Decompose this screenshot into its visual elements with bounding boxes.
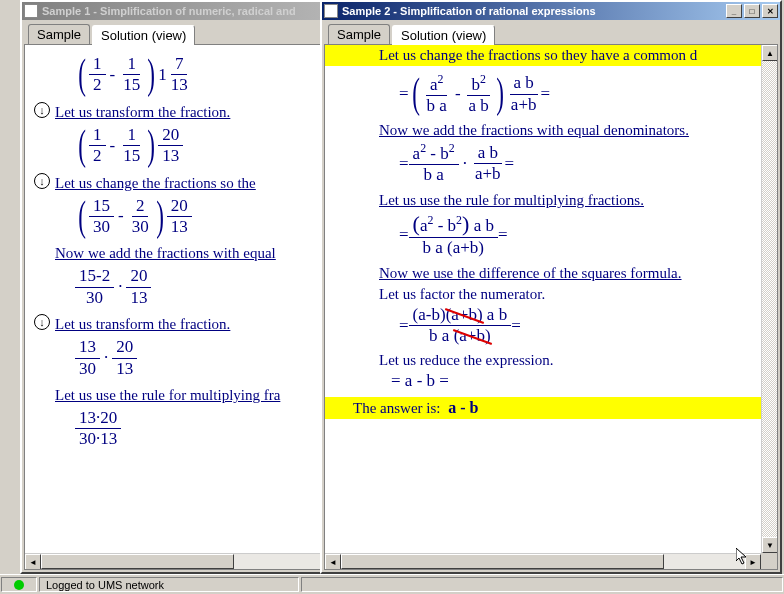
tab-solution[interactable]: Solution (view) <box>392 25 495 45</box>
app-icon <box>324 4 338 18</box>
step-text: Now we add the fractions with equal deno… <box>379 118 759 139</box>
step-text: Let us factor the numerator. <box>379 282 759 303</box>
status-led-icon <box>14 580 24 590</box>
title-text: Sample 2 - Simplification of rational ex… <box>342 5 726 17</box>
answer-row: The answer is: a - b <box>325 397 761 419</box>
solution-content: Let us change the fractions so they have… <box>325 45 761 553</box>
content-wrap: Let us change the fractions so they have… <box>324 45 778 570</box>
highlight-banner: Let us change the fractions so they have… <box>325 45 761 66</box>
maximize-button[interactable]: □ <box>744 4 760 18</box>
math-expr: = a - b = <box>379 369 759 393</box>
step-text: Let us reduce the expression. <box>379 348 759 369</box>
minimize-button[interactable]: _ <box>726 4 742 18</box>
app-icon <box>24 4 38 18</box>
status-spacer <box>301 577 783 592</box>
math-expr: =( a2b a - b2a b ) a ba+b = <box>379 70 759 118</box>
tab-sample[interactable]: Sample <box>28 24 90 44</box>
math-expr: = a2 - b2b a · a ba+b = <box>379 139 759 187</box>
step-text: Let us use the rule for multiplying frac… <box>379 188 759 209</box>
scrollbar-horizontal[interactable]: ◄► <box>325 553 761 569</box>
window-sample2: Sample 2 - Simplification of rational ex… <box>320 0 782 574</box>
close-button[interactable]: ✕ <box>762 4 778 18</box>
tab-solution[interactable]: Solution (view) <box>92 25 195 45</box>
expand-icon[interactable]: ↓ <box>34 173 50 189</box>
expand-icon[interactable]: ↓ <box>34 314 50 330</box>
status-led-cell <box>1 577 37 592</box>
step-text: Now we use the difference of the squares… <box>379 261 759 282</box>
status-bar: Logged to UMS network <box>0 574 784 594</box>
titlebar-sample2[interactable]: Sample 2 - Simplification of rational ex… <box>322 2 780 20</box>
tab-sample[interactable]: Sample <box>328 24 390 44</box>
expand-icon[interactable]: ↓ <box>34 102 50 118</box>
tab-row: Sample Solution (view) <box>324 22 778 45</box>
math-expr: = (a-b)(a+b) a b b a (a+b) = <box>379 303 759 349</box>
status-text: Logged to UMS network <box>39 577 299 592</box>
scrollbar-vertical[interactable]: ▲▼ <box>761 45 777 553</box>
math-expr: = (a2 - b2) a b b a (a+b) = <box>379 209 759 261</box>
